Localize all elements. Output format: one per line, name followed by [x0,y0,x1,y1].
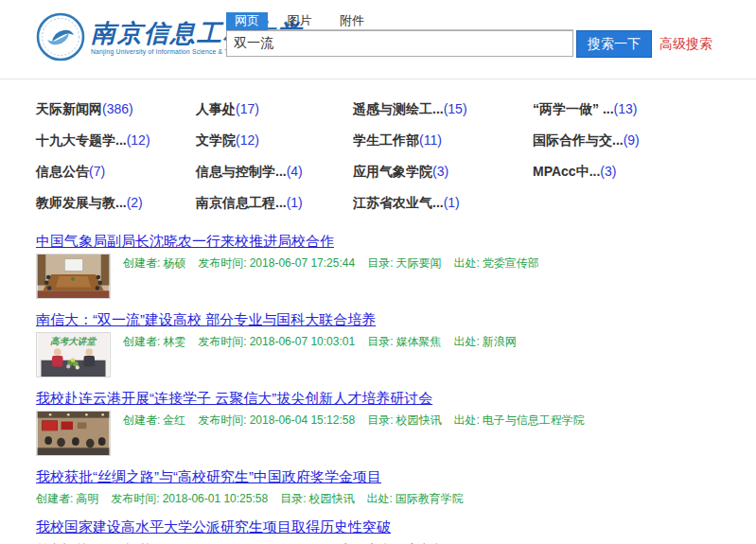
search-input[interactable] [226,30,573,57]
category-link[interactable]: 教师发展与教...(2) [36,195,196,210]
result-meta: 创建者:高明发布时间:2018-06-01 10:25:58目录:校园快讯出处:… [36,489,476,506]
header: 南京信息工程大学 Nanjing University of Informati… [0,0,756,79]
category-link[interactable]: 遥感与测绘工...(15) [353,101,533,116]
tab-images[interactable]: 图片 [278,12,320,30]
tab-attachments[interactable]: 附件 [331,12,373,30]
university-emblem-icon [36,12,85,61]
category-link[interactable]: 信息与控制学...(4) [196,164,353,179]
search-result: 中国气象局副局长沈晓农一行来校推进局校合作 创建者:杨硕发布时间:2018-06… [36,233,756,299]
search-result: 我校赴连云港开展“连接学子 云聚信大”拔尖创新人才培养研讨会 创建者:金红发布时… [36,390,756,456]
category-link[interactable]: MPAcc中...(3) [533,164,756,179]
category-link[interactable]: 应用气象学院(3) [353,164,533,179]
result-meta: 创建者:林雯发布时间:2018-06-01 09:46:42目录:天际要闻出处:… [36,539,453,544]
result-thumbnail[interactable] [36,254,111,299]
category-link[interactable]: 文学院(12) [196,132,353,148]
result-thumbnail[interactable]: 高考大讲堂 [36,332,111,377]
search-result: 我校获批“丝绸之路”与“高校研究生”中国政府奖学金项目 创建者:高明发布时间:2… [36,468,756,506]
result-meta: 创建者:杨硕发布时间:2018-06-07 17:25:44目录:天际要闻出处:… [123,254,552,299]
result-title-link[interactable]: 南信大：“双一流”建设高校 部分专业与国科大联合培养 [36,311,376,327]
result-title-link[interactable]: 我校获批“丝绸之路”与“高校研究生”中国政府奖学金项目 [36,468,381,484]
category-link[interactable]: 天际新闻网(386) [36,101,196,116]
search-type-tabs: 网页 图片 附件 [226,12,573,30]
tab-webpage[interactable]: 网页 [226,12,268,30]
result-meta: 创建者:金红发布时间:2018-06-04 15:12:58目录:校园快讯出处:… [123,411,597,456]
category-link[interactable]: 国际合作与交...(9) [533,132,756,148]
category-link[interactable]: 南京信息工程...(1) [196,195,353,210]
search-button[interactable]: 搜索一下 [576,30,652,58]
category-link[interactable]: “两学一做” ...(13) [533,101,756,116]
result-title-link[interactable]: 中国气象局副局长沈晓农一行来校推进局校合作 [36,233,334,249]
result-title-link[interactable]: 我校国家建设高水平大学公派研究生项目取得历史性突破 [36,518,391,535]
category-link[interactable]: 十九大专题学...(12) [36,132,196,148]
advanced-search-link[interactable]: 高级搜索 [659,36,712,53]
search-results: 中国气象局副局长沈晓农一行来校推进局校合作 创建者:杨硕发布时间:2018-06… [36,233,756,544]
category-link[interactable]: 信息公告(7) [36,164,196,179]
search-result: 我校国家建设高水平大学公派研究生项目取得历史性突破 创建者:林雯发布时间:201… [36,518,756,544]
result-thumbnail[interactable] [36,411,111,456]
svg-text:高考大讲堂: 高考大讲堂 [50,336,97,346]
result-meta: 创建者:林雯发布时间:2018-06-07 10:03:01目录:媒体聚焦出处:… [123,332,529,377]
category-link[interactable]: 江苏省农业气...(1) [353,195,533,210]
result-title-link[interactable]: 我校赴连云港开展“连接学子 云聚信大”拔尖创新人才培养研讨会 [36,390,432,406]
search-result: 南信大：“双一流”建设高校 部分专业与国科大联合培养 高考大讲堂 创建者:林雯发… [36,311,756,377]
category-link[interactable]: 学生工作部(11) [353,132,533,148]
category-filter-grid: 天际新闻网(386) 人事处(17) 遥感与测绘工...(15) “两学一做” … [36,101,756,210]
category-link[interactable]: 人事处(17) [196,101,353,116]
